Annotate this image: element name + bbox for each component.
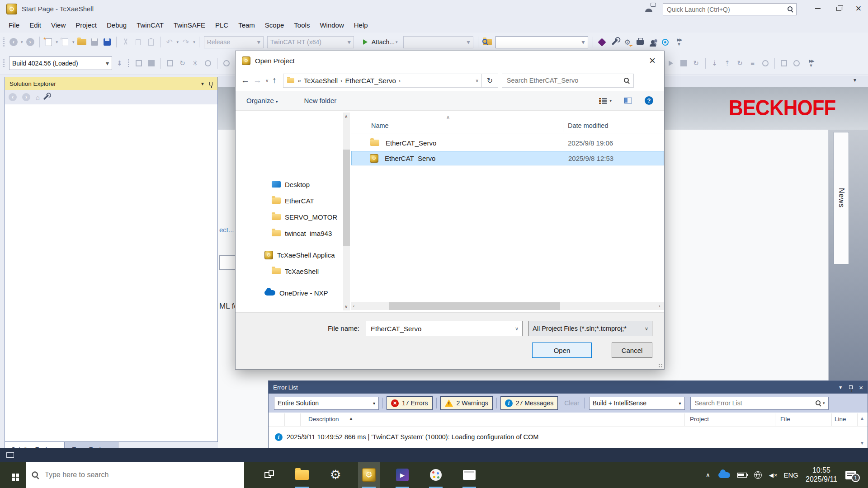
dialog-close-icon[interactable]: × [644,53,660,68]
add-item-dropdown[interactable]: ▾ [72,40,75,44]
error-search-box[interactable]: ▾ [690,397,829,410]
address-dropdown-icon[interactable]: ∨ [476,78,479,83]
clock[interactable]: 10:55 2025/9/11 [806,466,837,484]
attach-dropdown[interactable]: ▾ [396,40,398,44]
toolbox-icon[interactable] [634,36,646,48]
task-view-button[interactable] [257,462,278,488]
media-app-icon[interactable]: ▶ [392,462,413,488]
menu-window[interactable]: Window [315,18,349,33]
toolbar-overflow-icon[interactable]: ▶▶▼ [677,38,682,47]
breadcrumb-chevron[interactable]: › [340,77,342,84]
onedrive-tray-icon[interactable] [718,472,730,478]
breadcrumb-tcxaeshell[interactable]: TcXaeShell [304,77,338,84]
breadcrumb-prefix[interactable]: « [298,77,301,84]
nav-pane-scrollbar[interactable]: ∧ ∨ [343,113,350,310]
nav-item-tcxaeshell[interactable]: TcXaeShell [272,264,319,278]
view-mode-dropdown[interactable]: ▾ [609,99,612,103]
menu-file[interactable]: File [4,18,24,33]
menu-twincat[interactable]: TwinCAT [132,18,169,33]
quick-launch-input[interactable] [666,5,788,14]
help-icon[interactable]: ? [645,96,653,105]
menu-tools[interactable]: Tools [289,18,315,33]
target-icon[interactable] [791,57,802,69]
scroll-right-icon[interactable]: › [659,304,660,309]
download-icon[interactable]: ⇣ [709,57,721,69]
quick-launch-box[interactable] [663,3,797,15]
blocks-icon[interactable] [133,57,145,69]
nav-item-onedrive[interactable]: OneDrive - NXP [264,286,328,300]
new-project-dropdown[interactable]: ▾ [56,40,58,44]
volume-muted-icon[interactable]: ◀× [769,472,778,479]
breadcrumb-ethercat-servo[interactable]: EtherCAT_Servo [345,77,396,84]
reload-icon[interactable]: ↻ [734,57,746,69]
wrench-icon[interactable] [609,36,621,48]
nav-item-desktop[interactable]: Desktop [272,177,310,192]
find-combo[interactable]: ▾ [495,36,588,48]
navigate-back-dropdown[interactable]: ▾ [21,40,23,44]
column-description[interactable]: Description [308,416,339,422]
find-in-files-icon[interactable] [481,36,493,48]
file-list-scrollbar[interactable]: ‹ › [351,302,664,310]
file-name-combo[interactable]: ∨ [366,321,523,336]
save-icon[interactable] [89,36,100,48]
menu-twinsafe[interactable]: TwinSAFE [169,18,210,33]
file-type-combo[interactable]: All Project Files (*.sln;*.tcmproj;* ∨ [528,321,652,336]
add-item-icon[interactable]: * [59,36,71,48]
errors-toggle-button[interactable]: ✕ 17 Errors [387,396,433,410]
scroll-left-icon[interactable]: ‹ [353,304,354,309]
warnings-toggle-button[interactable]: 2 Warnings [440,396,493,410]
stop-icon[interactable] [678,57,689,69]
cancel-button[interactable]: Cancel [612,343,652,358]
nav-item-twincat-ima943[interactable]: twincat_ima943 [272,226,332,240]
run-mode-icon[interactable] [221,57,232,69]
clear-button[interactable]: Clear [564,399,579,407]
se-back-icon[interactable]: ‹ [9,93,17,101]
scroll-down-icon[interactable]: ∨ [344,304,348,309]
window-position-dropdown-icon[interactable]: ▼ [838,385,843,390]
save-all-icon[interactable] [101,36,113,48]
attach-play-icon[interactable] [359,36,371,48]
network-globe-icon[interactable] [754,471,762,479]
open-file-icon[interactable] [76,36,88,48]
solution-explorer-header[interactable]: Solution Explorer ▼ [5,77,217,90]
nav-item-this-pc[interactable]: This PC [264,307,301,311]
taskbar-search-input[interactable] [44,470,238,479]
open-project-link-fragment[interactable]: ect... [219,226,234,234]
gear-doc-icon[interactable] [146,57,157,69]
apply-icon[interactable]: ⇟ [117,59,123,67]
config-mode-icon[interactable] [202,57,214,69]
paste-icon[interactable] [145,36,157,48]
users-icon[interactable] [647,36,659,48]
dialog-search-box[interactable] [502,74,634,88]
up-icon[interactable]: ↑ [272,75,277,85]
notepad-window-icon[interactable] [458,462,480,488]
platform-combo[interactable]: TwinCAT RT (x64)▾ [267,36,354,48]
toolbar-grip[interactable] [127,58,130,68]
menu-team[interactable]: Team [233,18,260,33]
navigate-forward-icon[interactable]: › [24,36,36,48]
nav-item-tcxaeshell-application[interactable]: ⚙TcXaeShell Applica [264,248,335,262]
cut-icon[interactable] [120,36,132,48]
open-button[interactable]: Open [532,343,592,358]
close-panel-icon[interactable]: × [859,384,863,391]
action-center-icon[interactable]: 1 [845,471,856,479]
target-scope-icon[interactable] [660,36,671,48]
properties-wrench-icon[interactable] [43,94,49,100]
toolbar-grip[interactable] [2,58,5,68]
restore-button[interactable] [829,0,848,17]
grid-icon[interactable] [778,57,790,69]
nav-item-servo-motor[interactable]: SERVO_MOTOR [272,210,337,224]
file-row-folder[interactable]: EtherCAT_Servo 2025/9/8 19:06 [351,136,664,150]
column-project[interactable]: Project [690,416,709,422]
timer-icon[interactable] [760,57,771,69]
se-forward-icon[interactable]: › [22,93,30,101]
refresh-icon[interactable]: ↻ [482,74,498,88]
file-type-dropdown-icon[interactable]: ∨ [645,326,648,332]
upload-icon[interactable]: ⇡ [722,57,733,69]
menu-debug[interactable]: Debug [102,18,132,33]
recent-locations-icon[interactable]: ∨ [265,78,269,83]
attach-button[interactable]: Attach... [372,38,395,46]
window-position-dropdown-icon[interactable]: ▼ [200,81,205,86]
paint-app-icon[interactable] [425,462,447,488]
scrollbar-thumb[interactable] [343,150,350,246]
